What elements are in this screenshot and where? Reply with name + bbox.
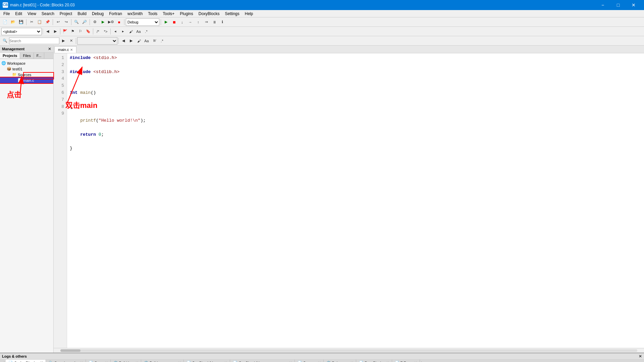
open-button[interactable]: 📂 [9, 18, 17, 26]
menu-item-tools+[interactable]: Tools+ [160, 10, 177, 17]
menu-item-doxyblocks[interactable]: DoxyBlocks [196, 10, 222, 17]
code-nav1[interactable]: ◂ [112, 28, 119, 35]
search-icon-btn[interactable]: 🔍 [1, 37, 9, 45]
match-btn[interactable]: Aa [135, 28, 142, 35]
scope-dropdown[interactable]: <global> [1, 28, 42, 35]
file-filter-dropdown[interactable] [77, 37, 117, 45]
menu-item-fortran[interactable]: Fortran [106, 10, 125, 17]
menu-item-tools[interactable]: Tools [145, 10, 160, 17]
menu-item-file[interactable]: File [1, 10, 12, 17]
tree-icon: 📦 [7, 67, 11, 71]
run-btn[interactable]: ▶ [99, 18, 107, 26]
paste-button[interactable]: 📌 [44, 18, 51, 26]
bookmark3[interactable]: ⚐ [77, 28, 84, 35]
code-editor[interactable]: 1234 56789 #include <stdio.h> #include <… [54, 53, 644, 348]
log-tab-ffor[interactable]: 📄F For...✕ [392, 360, 420, 362]
log-tab-buildmessages[interactable]: ⚙️Build messages✕ [141, 360, 184, 362]
editor-tab-main[interactable]: main.c ✕ [54, 46, 76, 53]
panel-close-btn[interactable]: ✕ [48, 47, 51, 51]
log-tab-buildlog[interactable]: ⚙️Build log✕ [111, 360, 141, 362]
debug-stop-btn[interactable]: ⏹ [170, 18, 178, 26]
tree-item-test01[interactable]: 📦test01 [0, 66, 53, 72]
forward-btn[interactable]: ▶ [52, 28, 59, 35]
comment-btn[interactable]: /* [94, 28, 102, 35]
regex-btn[interactable]: .* [143, 28, 150, 35]
search-next[interactable]: ▶ [127, 37, 135, 45]
log-tab-doxyblocks[interactable]: 📄DoxyBlocks✕ [356, 360, 392, 362]
log-tab-codeblocks[interactable]: 📄Code::Blocks✕ [6, 360, 46, 362]
bookmark4[interactable]: 🔖 [85, 28, 92, 35]
logs-close-btn[interactable]: ✕ [639, 354, 642, 359]
menu-item-project[interactable]: Project [57, 10, 75, 17]
search-highlight[interactable]: 🖌 [135, 37, 143, 45]
debug-btn[interactable]: ▶ [162, 18, 170, 26]
close-button[interactable]: ✕ [626, 0, 641, 10]
new-button[interactable]: 📄 [1, 18, 9, 26]
line-numbers: 1234 56789 [54, 53, 67, 348]
tab-files[interactable]: Files [20, 53, 34, 59]
code-content[interactable]: #include <stdio.h> #include <stdlib.h> i… [67, 53, 644, 348]
debug-pause[interactable]: ⏸ [211, 18, 218, 26]
log-tab-cppcheckvera[interactable]: 📄CppCheck/Vera++✕ [184, 360, 230, 362]
debug-info[interactable]: ℹ [219, 18, 226, 26]
search-go[interactable]: ▶ [60, 37, 67, 45]
copy-button[interactable]: 📋 [36, 18, 43, 26]
back-btn[interactable]: ◀ [44, 28, 51, 35]
debug-step2[interactable]: → [186, 18, 194, 26]
project-tree: 🌐Workspace📦test01📁Sources📄main.c [0, 59, 53, 353]
debug-step3[interactable]: ↑ [195, 18, 202, 26]
undo-button[interactable]: ↩ [54, 18, 62, 26]
logs-tab-prev[interactable]: ◀ [0, 360, 6, 362]
menu-item-plugins[interactable]: Plugins [177, 10, 196, 17]
menu-item-build[interactable]: Build [75, 10, 89, 17]
log-tab-cccc[interactable]: 📄Cccc✕ [86, 360, 110, 362]
code-nav2[interactable]: ▸ [119, 28, 127, 35]
cut-button[interactable]: ✂ [28, 18, 35, 26]
editor-tab-close[interactable]: ✕ [70, 48, 73, 52]
uncomment-btn[interactable]: *> [102, 28, 109, 35]
save-button[interactable]: 💾 [17, 18, 25, 26]
search-input[interactable] [9, 38, 59, 44]
redo-button[interactable]: ↪ [62, 18, 70, 26]
tree-item-workspace[interactable]: 🌐Workspace [0, 60, 53, 66]
maximize-button[interactable]: □ [610, 0, 626, 10]
build-config-dropdown[interactable]: Debug [126, 18, 159, 26]
log-tab-cppcheckveramessages[interactable]: 📄CppCheck/Vera++ messages✕ [230, 360, 294, 362]
tree-item-sources[interactable]: 📁Sources [0, 72, 53, 77]
logs-tab-next[interactable]: ▶ [420, 360, 426, 362]
menu-item-settings[interactable]: Settings [222, 10, 242, 17]
search-match[interactable]: Aa [143, 37, 150, 45]
menu-item-wxsmith[interactable]: wxSmith [125, 10, 145, 17]
menu-item-help[interactable]: Help [242, 10, 256, 17]
bookmark2[interactable]: ⚑ [69, 28, 76, 35]
menu-item-view[interactable]: View [25, 10, 39, 17]
window-controls: − □ ✕ [595, 0, 641, 10]
menu-item-debug[interactable]: Debug [89, 10, 106, 17]
find-button[interactable]: 🔍 [73, 18, 80, 26]
build-run-btn[interactable]: ▶⚙ [107, 18, 115, 26]
replace-button[interactable]: 🔎 [81, 18, 88, 26]
debug-step4[interactable]: ⇒ [203, 18, 210, 26]
search-clear[interactable]: ✕ [67, 37, 75, 45]
log-tab-debugger[interactable]: ⚙️Debugger✕ [324, 360, 356, 362]
search-regex2[interactable]: .* [158, 37, 166, 45]
stop-btn[interactable]: ■ [115, 18, 123, 26]
tab-projects[interactable]: Projects [0, 53, 20, 59]
sep12 [118, 38, 119, 44]
minimize-button[interactable]: − [595, 0, 610, 10]
h-scrollbar[interactable] [54, 348, 644, 353]
menu-item-edit[interactable]: Edit [12, 10, 25, 17]
tree-item-mainc[interactable]: 📄main.c [0, 77, 53, 83]
build-btn[interactable]: ⚙ [91, 18, 99, 26]
debug-step[interactable]: ↓ [178, 18, 186, 26]
highlight-btn[interactable]: 🖌 [127, 28, 135, 35]
tab-f[interactable]: F... [34, 53, 45, 59]
search-word[interactable]: 𝑊 [151, 37, 158, 45]
search-prev[interactable]: ◀ [120, 37, 127, 45]
log-tab-searchresults[interactable]: 🔍Search results✕ [46, 360, 86, 362]
logs-header: Logs & others ✕ [0, 353, 644, 360]
bookmark1[interactable]: 🚩 [61, 28, 69, 35]
log-tab-cscope[interactable]: 📄Cscope✕ [295, 360, 324, 362]
toolbar-nav: <global> ◀ ▶ 🚩 ⚑ ⚐ 🔖 /* *> ◂ ▸ 🖌 Aa .* [0, 27, 644, 36]
menu-item-search[interactable]: Search [39, 10, 57, 17]
